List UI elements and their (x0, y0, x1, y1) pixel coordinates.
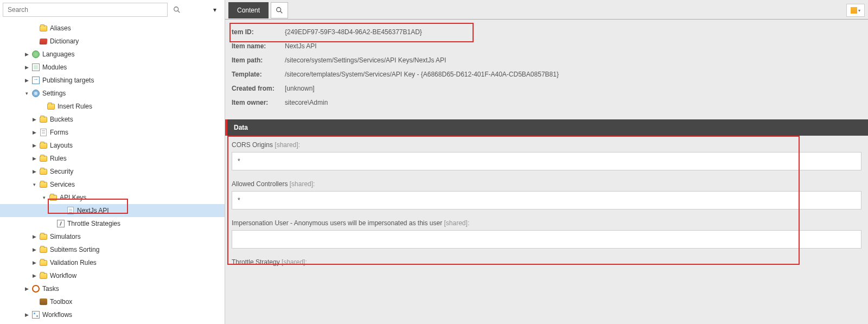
search-options-dropdown[interactable]: ▾ (208, 3, 222, 17)
expand-icon[interactable]: ▶ (31, 273, 37, 278)
shared-suffix: [shared]: (442, 219, 469, 227)
section-header-data[interactable]: Data (225, 119, 868, 136)
dictionary-icon (39, 37, 48, 46)
expand-icon[interactable]: ▶ (31, 117, 37, 122)
qi-label: Item owner: (232, 99, 285, 106)
tree-label: Insert Rules (58, 103, 92, 110)
svg-point-2 (277, 8, 281, 12)
folder-icon (49, 193, 58, 202)
tree-node-workflows[interactable]: ▶ Workflows (0, 308, 225, 321)
field-cors-origins: CORS Origins [shared]: (232, 141, 861, 170)
expand-icon[interactable]: ▶ (31, 169, 37, 174)
qi-value[interactable]: /sitecore/system/Settings/Services/API K… (285, 56, 446, 64)
qi-value[interactable]: {249EDF97-59F3-48D4-96A2-BE456377B1AD} (285, 28, 422, 36)
expand-placeholder: ▶ (59, 208, 64, 213)
tree-node-toolbox[interactable]: ▶ Toolbox (0, 295, 225, 308)
expand-icon[interactable]: ▶ (24, 65, 29, 70)
expand-icon[interactable]: ▶ (31, 234, 37, 239)
qi-item-owner: Item owner: sitecore\Admin (232, 96, 861, 110)
tree-node-rules[interactable]: ▶ Rules (0, 152, 225, 165)
tree-label: Languages (42, 50, 74, 58)
tree-node-tasks[interactable]: ▶ Tasks (0, 282, 225, 295)
search-bar: ▾ (0, 0, 225, 20)
qi-item-name: Item name: NextJs API (232, 39, 861, 53)
expand-icon[interactable]: ▶ (24, 286, 29, 291)
tree-node-nextjs-api[interactable]: ▶ NextJs API (0, 204, 225, 217)
tree-label: Subitems Sorting (50, 246, 99, 253)
content-tree-panel: ▾ ▶ Aliases ▶ Dictionary ▶ Languages ▶ M (0, 0, 225, 324)
expand-icon[interactable]: ▶ (24, 312, 29, 317)
tree-node-security[interactable]: ▶ Security (0, 165, 225, 178)
expand-icon[interactable]: ▶ (31, 247, 37, 252)
expand-placeholder: ▶ (39, 104, 44, 109)
tree-label: Services (50, 181, 75, 188)
tree-node-services[interactable]: ▾ Services (0, 178, 225, 191)
tree-node-layouts[interactable]: ▶ Layouts (0, 139, 225, 152)
tree-node-publishing[interactable]: ▶ Publishing targets (0, 74, 225, 87)
workflows-icon (31, 310, 40, 319)
qi-value[interactable]: /sitecore/templates/System/Services/API … (285, 71, 559, 78)
editor-tabs: Content ▾ (225, 0, 868, 20)
tree-node-api-keys[interactable]: ▾ API Keys (0, 191, 225, 204)
globe-icon (31, 50, 40, 59)
expand-icon[interactable]: ▶ (24, 78, 29, 83)
tree-node-forms[interactable]: ▶ Forms (0, 126, 225, 139)
language-version-button[interactable]: ▾ (846, 4, 865, 17)
folder-icon (39, 271, 48, 280)
qi-template: Template: /sitecore/templates/System/Ser… (232, 67, 861, 81)
expand-icon[interactable]: ▶ (31, 156, 37, 161)
tree-node-throttle-strategies[interactable]: ▶ Throttle Strategies (0, 217, 225, 230)
tab-search-button[interactable] (271, 2, 288, 18)
search-button[interactable] (170, 3, 184, 17)
fields-area: CORS Origins [shared]: Allowed Controlle… (225, 136, 868, 280)
folder-icon (39, 141, 48, 150)
field-throttle-strategy: Throttle Strategy [shared]: (232, 258, 861, 266)
qi-created-from: Created from: [unknown] (232, 81, 861, 96)
tree-label: Security (50, 168, 73, 175)
tree-label: Workflows (42, 311, 72, 319)
tree-node-simulators[interactable]: ▶ Simulators (0, 230, 225, 243)
label-text: Allowed Controllers (232, 180, 288, 188)
tab-content[interactable]: Content (228, 2, 269, 18)
expand-icon[interactable]: ▶ (31, 130, 37, 135)
settings-icon (31, 89, 40, 98)
item-icon (66, 206, 75, 215)
impersonation-user-input[interactable] (232, 230, 861, 249)
tree-node-validation-rules[interactable]: ▶ Validation Rules (0, 256, 225, 269)
collapse-icon[interactable]: ▾ (24, 91, 29, 96)
cors-origins-input[interactable] (232, 152, 861, 170)
tree-node-subitems-sorting[interactable]: ▶ Subitems Sorting (0, 243, 225, 256)
tree-node-languages[interactable]: ▶ Languages (0, 48, 225, 61)
search-icon (173, 6, 181, 14)
tree-node-workflow[interactable]: ▶ Workflow (0, 269, 225, 282)
shared-suffix: [shared]: (273, 141, 300, 149)
tree-node-aliases[interactable]: ▶ Aliases (0, 22, 225, 35)
qi-label: Created from: (232, 85, 285, 92)
collapse-icon[interactable]: ▾ (31, 182, 37, 187)
tree-label: Settings (42, 90, 66, 97)
folder-icon (39, 167, 48, 176)
tree-label: Workflow (50, 272, 76, 279)
qi-label: Template: (232, 71, 285, 78)
content-tree: ▶ Aliases ▶ Dictionary ▶ Languages ▶ Mod… (0, 20, 225, 324)
field-label: CORS Origins [shared]: (232, 141, 861, 149)
allowed-controllers-input[interactable] (232, 191, 861, 209)
expand-icon[interactable]: ▶ (24, 52, 29, 57)
expand-icon[interactable]: ▶ (31, 143, 37, 148)
quick-info-section: tem ID: {249EDF97-59F3-48D4-96A2-BE45637… (225, 20, 868, 119)
field-impersonation-user: Impersonation User - Anonymous users wil… (232, 219, 861, 249)
expand-icon[interactable]: ▶ (31, 260, 37, 265)
tree-node-modules[interactable]: ▶ Modules (0, 61, 225, 74)
tree-label: Simulators (50, 233, 81, 240)
tree-node-settings[interactable]: ▾ Settings (0, 87, 225, 100)
editor-content: tem ID: {249EDF97-59F3-48D4-96A2-BE45637… (225, 20, 868, 324)
collapse-icon[interactable]: ▾ (41, 195, 47, 200)
search-input[interactable] (3, 3, 168, 17)
qi-value: NextJs API (285, 42, 317, 50)
qi-value: [unknown] (285, 85, 315, 92)
tree-node-dictionary[interactable]: ▶ Dictionary (0, 35, 225, 48)
tree-label: NextJs API (77, 207, 109, 214)
label-text: CORS Origins (232, 141, 273, 149)
tree-node-insert-rules[interactable]: ▶ Insert Rules (0, 100, 225, 113)
tree-node-buckets[interactable]: ▶ Buckets (0, 113, 225, 126)
